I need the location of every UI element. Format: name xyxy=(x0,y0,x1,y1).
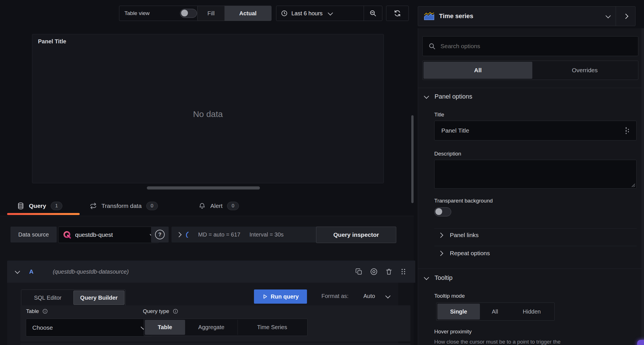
query-type-switch: Table Aggregate Time Series xyxy=(144,319,308,336)
transparent-background-toggle[interactable] xyxy=(434,207,451,216)
tab-query-label: Query xyxy=(29,203,46,209)
time-series-icon xyxy=(424,12,435,20)
time-range-button[interactable]: Last 6 hours xyxy=(276,6,364,21)
run-query-button[interactable]: Run query xyxy=(254,289,307,304)
panel-links-header[interactable]: Panel links xyxy=(439,232,479,238)
query-type-label-row: Query type xyxy=(143,308,178,314)
divider xyxy=(434,228,637,229)
duplicate-icon[interactable] xyxy=(355,268,363,275)
search-options-input[interactable] xyxy=(440,42,632,50)
toggle-knob xyxy=(435,208,442,215)
editor-mode-switch: SQL Editor Query Builder xyxy=(21,289,126,306)
search-icon xyxy=(428,42,436,50)
resize-handle-icon[interactable] xyxy=(631,183,635,187)
table-field-label: Table xyxy=(26,308,39,314)
database-icon xyxy=(17,202,24,210)
datasource-name: questdb-quest xyxy=(75,231,113,238)
tooltip-section-header[interactable]: Tooltip xyxy=(425,274,453,282)
options-tab-all[interactable]: All xyxy=(423,62,532,79)
interval-summary: Interval = 30s xyxy=(249,231,284,238)
zoom-out-icon xyxy=(369,10,377,17)
datasource-label: Data source xyxy=(10,227,57,242)
repeat-options-label: Repeat options xyxy=(450,250,490,257)
info-icon xyxy=(173,308,178,314)
query-type-time-series[interactable]: Time Series xyxy=(238,320,306,335)
query-options-collapsed[interactable]: MD = auto = 617 Interval = 30s xyxy=(171,227,325,242)
divider xyxy=(434,246,637,246)
trash-icon[interactable] xyxy=(385,268,393,275)
table-view-control: Table view xyxy=(119,6,202,21)
datasource-label-text: Data source xyxy=(18,231,49,238)
repeat-options-header[interactable]: Repeat options xyxy=(439,250,490,257)
table-select[interactable]: Choose xyxy=(26,319,152,337)
chevron-down-icon xyxy=(328,10,333,15)
query-ref-id: A xyxy=(29,268,33,275)
title-field-label: Title xyxy=(434,112,444,118)
tab-transform[interactable]: Transform data 0 xyxy=(90,198,158,214)
query-inspector-button[interactable]: Query inspector xyxy=(316,227,396,243)
format-as-label: Format as: xyxy=(321,293,349,299)
datasource-picker[interactable]: questdb-quest xyxy=(58,227,159,243)
zoom-out-button[interactable] xyxy=(364,6,382,21)
tab-transform-count: 0 xyxy=(146,202,158,210)
tab-alert[interactable]: Alert 0 xyxy=(198,198,239,214)
grafana-panel-editor: Table view Fill Actual Last 6 hours Pane… xyxy=(0,0,644,345)
tooltip-mode-all[interactable]: All xyxy=(480,304,510,320)
spinner-icon xyxy=(186,231,188,238)
refresh-button[interactable] xyxy=(386,6,409,21)
panel-options-header[interactable]: Panel options xyxy=(425,93,472,100)
search-options-box[interactable] xyxy=(422,36,638,56)
chevron-down-icon xyxy=(605,13,611,18)
query-builder-body: Table Query type Choose Table Aggregate … xyxy=(20,305,410,341)
run-query-label: Run query xyxy=(271,293,299,300)
tooltip-section-title: Tooltip xyxy=(435,274,453,282)
toggle-knob xyxy=(181,10,188,16)
vertical-scrollbar[interactable] xyxy=(411,115,414,203)
query-type-table[interactable]: Table xyxy=(145,320,185,335)
actual-option[interactable]: Actual xyxy=(224,6,271,21)
suggestions-icon[interactable] xyxy=(624,127,630,135)
tooltip-mode-hidden[interactable]: Hidden xyxy=(510,304,554,320)
chevron-right-icon xyxy=(623,14,628,19)
panel-links-label: Panel links xyxy=(450,232,479,238)
collapse-chevron-icon xyxy=(15,269,20,274)
max-datapoints-summary: MD = auto = 617 xyxy=(198,231,240,238)
fill-option[interactable]: Fill xyxy=(198,6,224,21)
tooltip-mode-single[interactable]: Single xyxy=(437,304,480,320)
horizontal-scrollbar[interactable] xyxy=(147,186,260,189)
sql-editor-option[interactable]: SQL Editor xyxy=(22,291,73,305)
panel-options-title: Panel options xyxy=(435,93,472,100)
transform-icon xyxy=(90,202,97,210)
active-tab-underline xyxy=(7,213,80,215)
query-type-label: Query type xyxy=(143,308,169,314)
hide-response-eye-icon[interactable] xyxy=(370,268,378,276)
format-as-value[interactable]: Auto xyxy=(363,293,375,299)
divider xyxy=(418,88,644,88)
clock-icon xyxy=(281,10,288,17)
tooltip-mode-label: Tooltip mode xyxy=(434,293,465,299)
panel-title-input[interactable] xyxy=(441,127,624,134)
options-tab-overrides[interactable]: Overrides xyxy=(532,62,637,79)
drag-handle-icon[interactable] xyxy=(400,268,407,275)
panel-title-field[interactable] xyxy=(434,121,637,140)
tab-query[interactable]: Query 1 xyxy=(17,198,62,214)
datasource-help-button[interactable]: ? xyxy=(151,227,169,242)
options-pane-scrollbar[interactable] xyxy=(641,28,644,345)
description-field-label: Description xyxy=(434,151,461,157)
refresh-icon xyxy=(394,10,401,17)
table-view-toggle[interactable] xyxy=(180,9,197,18)
time-range-label: Last 6 hours xyxy=(291,10,323,17)
tooltip-mode-switch: Single All Hidden xyxy=(436,303,555,321)
divider xyxy=(418,269,644,269)
description-field[interactable] xyxy=(434,160,637,189)
query-builder-option[interactable]: Query Builder xyxy=(73,291,124,305)
visualization-select[interactable]: Time series xyxy=(418,7,616,26)
play-icon xyxy=(262,294,268,299)
help-bubble-corner[interactable] xyxy=(637,340,644,345)
collapse-pane-button[interactable] xyxy=(616,7,635,26)
query-row-header[interactable]: A (questdb-questdb-datasource) xyxy=(7,261,415,283)
table-select-value: Choose xyxy=(32,324,53,331)
query-type-aggregate[interactable]: Aggregate xyxy=(185,320,238,335)
description-textarea[interactable] xyxy=(435,160,636,188)
hover-proximity-label: Hover proximity xyxy=(434,329,472,335)
